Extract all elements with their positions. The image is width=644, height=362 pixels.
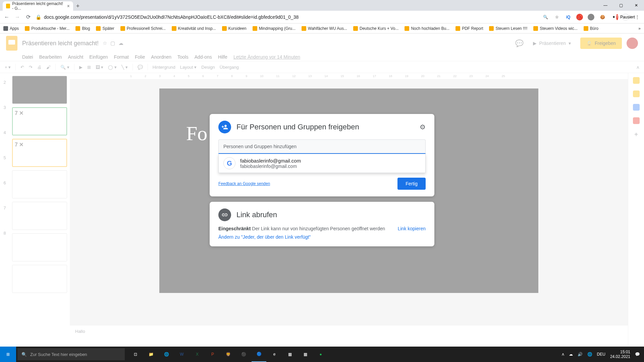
bookmark-item[interactable]: Kreativität und Insp... [172, 26, 216, 31]
app-icon[interactable]: ▦ [282, 347, 297, 362]
search-icon: 🔍 [21, 352, 27, 357]
word-icon[interactable]: W [174, 347, 189, 362]
taskview-icon[interactable]: ⊡ [128, 347, 143, 362]
notifications-icon[interactable]: 💬 [635, 352, 640, 357]
bookmark-item[interactable]: Professionell Schrei... [120, 26, 166, 31]
forward-icon[interactable]: → [14, 14, 21, 20]
browser-tab[interactable]: Präsentieren leicht gemacht! - G... × [3, 1, 73, 11]
bookmarks-bar: Apps Produktsuche - Mer... Blog Später P… [0, 23, 644, 34]
onedrive-icon[interactable]: ☁ [569, 352, 573, 357]
link-icon [218, 208, 231, 221]
edge2-icon[interactable]: e [267, 347, 282, 362]
reload-icon[interactable]: ⟳ [25, 14, 32, 20]
contact-suggestion[interactable]: G fabiobaslerinfo@gmail.com fabiobasleri… [218, 154, 426, 173]
taskbar-clock[interactable]: 15:01 24.02.2021 [610, 350, 630, 359]
change-link-access[interactable]: Ändern zu "Jeder, der über den Link verf… [218, 234, 426, 240]
link-card-title: Link abrufen [236, 210, 426, 219]
powerpoint-icon[interactable]: P [205, 347, 220, 362]
obs-icon[interactable]: ⚫ [236, 347, 251, 362]
bookmark-item[interactable]: Blog [75, 26, 90, 31]
tray-chevron-icon[interactable]: ʌ [562, 352, 564, 357]
bookmark-overflow-icon[interactable]: » [638, 26, 641, 31]
excel-icon[interactable]: X [190, 347, 205, 362]
profile-avatar-icon: T [616, 14, 618, 20]
bookmark-item[interactable]: Steuern Videos wic... [533, 26, 578, 31]
bookmark-item[interactable]: Steuern Lesen !!!! [489, 26, 527, 31]
search-placeholder: Zur Suche Text hier eingeben [30, 352, 87, 357]
browser-menu-icon[interactable]: ⋮ [634, 14, 641, 20]
taskbar-search[interactable]: 🔍 Zur Suche Text hier eingeben [17, 348, 125, 360]
star-icon[interactable]: ☆ [553, 14, 560, 20]
people-input[interactable]: Personen und Gruppen hinzufügen [218, 139, 426, 154]
tab-favicon-icon [6, 4, 10, 8]
link-restriction-text: Eingeschränkt Der Link kann nur von hinz… [218, 225, 385, 232]
taskbar-apps: ⊡ 📁 🌐 W X P 🦁 ⚫ 🔵 e ▦ ▦ ● [128, 347, 328, 362]
system-tray: ʌ ☁ 🔊 🌐 DEU 15:01 24.02.2021 💬 [562, 350, 644, 359]
window-minimize-button[interactable]: — [598, 0, 613, 11]
share-dialog: Für Personen und Gruppen freigeben ⚙ Per… [210, 114, 434, 246]
get-link-card: Link abrufen Eingeschränkt Der Link kann… [210, 202, 434, 246]
ext-cookie-icon[interactable]: 🍪 [599, 14, 606, 20]
brave-icon[interactable]: 🦁 [221, 347, 235, 362]
zoom-icon[interactable]: 🔍 [542, 14, 549, 20]
window-controls: — ▢ ✕ [598, 0, 644, 11]
bookmark-item[interactable]: Produktsuche - Mer... [25, 26, 69, 31]
bookmark-item[interactable]: Deutsche Kurs + Vo... [353, 26, 398, 31]
suggestion-email: fabiobaslerinfo@gmail.com [240, 164, 301, 169]
person-add-icon [218, 121, 231, 133]
ext-io-icon[interactable]: iQ [565, 14, 572, 20]
bookmark-item[interactable]: Kursideen [222, 26, 247, 31]
lock-icon: 🔒 [36, 14, 41, 20]
bookmark-apps[interactable]: Apps [3, 26, 19, 31]
bookmark-item[interactable]: Wahlfächer WU Aus... [302, 26, 347, 31]
bookmark-item[interactable]: Mindmapping (Gru... [253, 26, 296, 31]
suggestion-name: fabiobaslerinfo@gmail.com [240, 158, 301, 164]
language-indicator[interactable]: DEU [597, 352, 605, 357]
profile-status: Pausiert [620, 15, 635, 19]
google-avatar-icon: G [223, 157, 235, 169]
gear-icon[interactable]: ⚙ [420, 123, 426, 131]
window-close-button[interactable]: ✕ [629, 0, 644, 11]
address-bar: ← → ⟳ 🔒 docs.google.com/presentation/d/1… [0, 11, 644, 23]
bookmark-item[interactable]: Noch hochladen Bu... [405, 26, 449, 31]
explorer-icon[interactable]: 📁 [144, 347, 158, 362]
wifi-icon[interactable]: 🌐 [587, 352, 592, 357]
profile-chip[interactable]: T Pausiert [622, 14, 629, 20]
edge-icon[interactable]: 🌐 [159, 347, 174, 362]
volume-icon[interactable]: 🔊 [578, 352, 583, 357]
browser-titlebar: Präsentieren leicht gemacht! - G... × + … [0, 0, 644, 11]
app2-icon[interactable]: ▦ [298, 347, 313, 362]
tab-title: Präsentieren leicht gemacht! - G... [12, 1, 65, 11]
ext-grey-icon[interactable] [588, 14, 594, 20]
bookmark-item[interactable]: Später [96, 26, 114, 31]
ext-pin-icon[interactable]: 📌 [576, 14, 583, 20]
bookmark-item[interactable]: Büro [584, 26, 598, 31]
copy-link-button[interactable]: Link kopieren [398, 225, 426, 232]
chrome-icon[interactable]: 🔵 [252, 347, 266, 362]
bookmark-item[interactable]: PDF Report [455, 26, 483, 31]
share-people-card: Für Personen und Gruppen freigeben ⚙ Per… [210, 114, 434, 196]
spotify-icon[interactable]: ● [313, 347, 328, 362]
windows-taskbar: ⊞ 🔍 Zur Suche Text hier eingeben ⊡ 📁 🌐 W… [0, 347, 644, 362]
input-placeholder: Personen und Gruppen hinzufügen [223, 144, 297, 149]
modal-overlay: Für Personen und Gruppen freigeben ⚙ Per… [0, 34, 644, 347]
share-dialog-title: Für Personen und Gruppen freigeben [236, 123, 414, 131]
url-text: docs.google.com/presentation/d/1yV372SO5… [44, 14, 299, 20]
done-button[interactable]: Fertig [397, 178, 426, 190]
back-icon[interactable]: ← [3, 14, 10, 20]
new-tab-button[interactable]: + [73, 1, 83, 11]
url-field[interactable]: 🔒 docs.google.com/presentation/d/1yV372S… [36, 14, 538, 20]
extension-icons: 🔍 ☆ iQ 📌 🍪 ✦ T Pausiert ⋮ [542, 14, 641, 20]
tab-close-icon[interactable]: × [67, 3, 70, 9]
window-maximize-button[interactable]: ▢ [613, 0, 629, 11]
start-button[interactable]: ⊞ [0, 347, 16, 362]
feedback-link[interactable]: Feedback an Google senden [218, 181, 270, 186]
